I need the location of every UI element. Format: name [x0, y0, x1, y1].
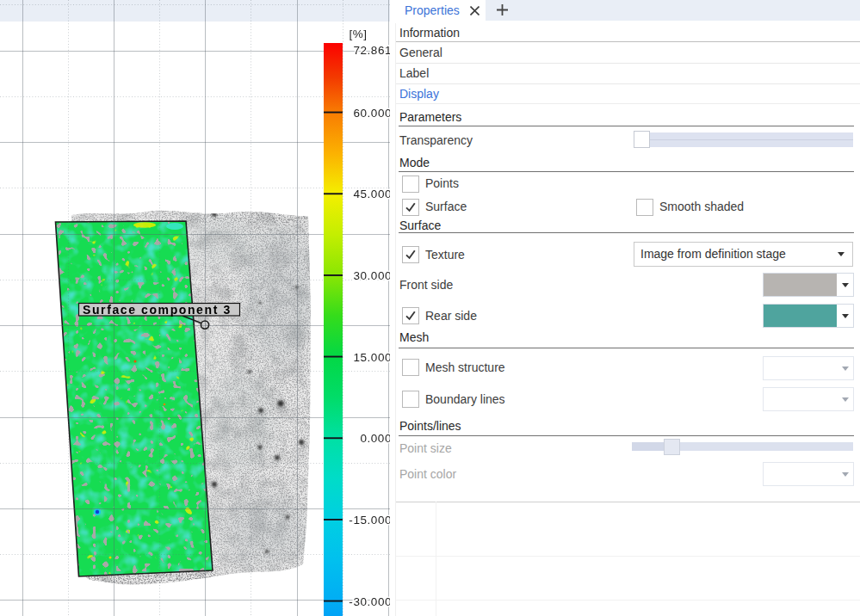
svg-text:45.000: 45.000 — [353, 188, 390, 200]
svg-text:15.000: 15.000 — [353, 351, 390, 364]
svg-text:-15.000: -15.000 — [349, 514, 390, 527]
svg-text:-30.000: -30.000 — [349, 595, 390, 608]
svg-text:60.000: 60.000 — [353, 107, 390, 120]
svg-text:72.861: 72.861 — [353, 44, 390, 57]
svg-text:0.000: 0.000 — [360, 432, 390, 445]
svg-text:Surface component 3: Surface component 3 — [83, 303, 232, 317]
svg-text:30.000: 30.000 — [353, 269, 390, 282]
svg-text:[%]: [%] — [349, 28, 367, 40]
